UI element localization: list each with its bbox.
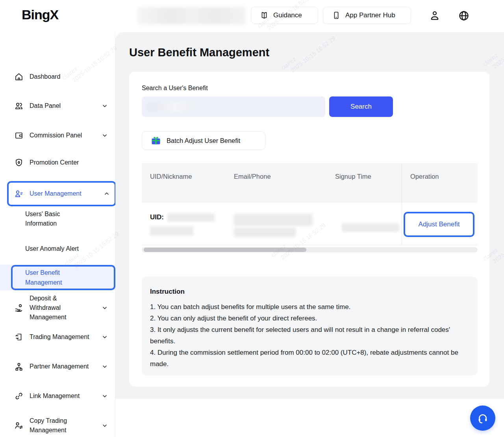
users-icon <box>14 101 24 111</box>
redacted-uid <box>167 213 215 222</box>
sidebar-item-commission-panel[interactable]: Commission Panel <box>14 131 108 140</box>
column-signup-time: Signup Time <box>335 173 371 180</box>
bingx-logo: BingX <box>22 7 58 22</box>
sidebar-item-user-management[interactable]: User Management <box>7 181 116 206</box>
sidebar-item-label: Promotion Center <box>30 158 108 167</box>
benefit-card: Search a User's Benefit Search Batch Adj… <box>129 72 489 387</box>
chevron-down-icon <box>102 363 108 370</box>
column-email-phone: Email/Phone <box>234 173 271 180</box>
sidebar-subitem-user-anomaly-alert[interactable]: User Anomaly Alert <box>25 244 79 254</box>
sidebar-subitem-users-basic-information[interactable]: Users' Basic Information <box>25 209 80 228</box>
sidebar-item-label: Link Management <box>30 391 96 401</box>
chevron-down-icon <box>102 422 108 429</box>
headset-icon <box>476 412 489 424</box>
instruction-item: 1. You can batch adjust benefits for mul… <box>150 301 462 313</box>
org-chart-icon <box>14 362 24 371</box>
instruction-item: 2. You can only adjust the benefit of yo… <box>150 313 462 324</box>
sidebar-item-link-management[interactable]: Link Management <box>14 391 108 401</box>
search-input[interactable] <box>142 96 325 117</box>
account-button[interactable] <box>428 9 441 22</box>
hand-coin-icon <box>14 303 24 313</box>
page-title: User Benefit Management <box>129 46 269 59</box>
table-row: UID: Adjust Benefit <box>142 203 478 245</box>
trade-doc-icon <box>14 332 24 342</box>
redacted-input-value <box>148 102 194 112</box>
sidebar-item-promotion-center[interactable]: Promotion Center <box>14 158 108 167</box>
sidebar-item-label: Partner Management <box>30 362 89 371</box>
sidebar: Dashboard Data Panel Commission Panel <box>0 32 115 437</box>
mobile-phone-icon <box>332 11 341 20</box>
language-button[interactable] <box>458 9 470 22</box>
sidebar-item-dashboard[interactable]: Dashboard <box>14 72 108 81</box>
search-section-label: Search a User's Benefit <box>142 85 208 92</box>
app-window: BingX Guidance App Partner Hub <box>0 0 504 437</box>
sidebar-item-label: Deposit & Withdrawal Management <box>30 294 89 322</box>
sidebar-item-deposit-withdrawal[interactable]: Deposit & Withdrawal Management <box>14 294 108 322</box>
search-button[interactable]: Search <box>329 96 393 117</box>
chevron-up-icon <box>104 191 110 197</box>
batch-adjust-button[interactable]: Batch Adjust User Benefit <box>142 131 265 150</box>
person-icon <box>429 10 441 22</box>
operation-column-divider <box>402 163 402 245</box>
gift-icon <box>151 135 161 146</box>
sidebar-item-label: Trading Management <box>30 332 89 342</box>
column-uid-nickname: UID/Nickname <box>150 173 192 180</box>
shield-diamond-icon <box>14 158 24 167</box>
uid-prefix: UID: <box>150 213 164 221</box>
redacted-phone <box>234 228 296 237</box>
wallet-icon <box>14 131 24 140</box>
redacted-account-info <box>137 7 246 24</box>
sidebar-subitem-label: User Benefit Management <box>25 268 88 287</box>
chevron-down-icon <box>102 103 108 109</box>
horizontal-scrollbar[interactable] <box>142 247 478 252</box>
sidebar-item-partner-management[interactable]: Partner Management <box>14 362 108 371</box>
instruction-title: Instruction <box>150 288 462 296</box>
sidebar-item-trading-management[interactable]: Trading Management <box>14 332 108 342</box>
batch-adjust-label: Batch Adjust User Benefit <box>167 137 240 144</box>
app-partner-hub-label: App Partner Hub <box>345 11 395 19</box>
redacted-nickname <box>150 226 193 236</box>
sidebar-item-label: Commission Panel <box>30 131 96 140</box>
app-partner-hub-button[interactable]: App Partner Hub <box>323 7 411 24</box>
redacted-email <box>234 214 313 226</box>
sidebar-item-label: Data Panel <box>30 101 96 111</box>
book-icon <box>260 11 269 20</box>
chevron-down-icon <box>102 393 108 399</box>
sidebar-subitem-label: Users' Basic Information <box>25 211 60 227</box>
column-operation: Operation <box>410 173 439 180</box>
sidebar-item-label: Dashboard <box>30 72 108 81</box>
sidebar-item-data-panel[interactable]: Data Panel <box>14 101 108 111</box>
sidebar-subitem-user-benefit-management[interactable]: User Benefit Management <box>11 265 115 290</box>
sidebar-item-label: User Management <box>30 190 82 197</box>
chevron-down-icon <box>102 334 108 340</box>
redacted-signup-time <box>342 223 399 232</box>
sidebar-item-copy-trading[interactable]: Copy Trading Management <box>14 416 108 435</box>
user-list-icon <box>14 189 24 198</box>
guidance-button[interactable]: Guidance <box>251 7 318 24</box>
chevron-down-icon <box>102 305 108 311</box>
home-icon <box>14 72 24 81</box>
adjust-benefit-label: Adjust Benefit <box>419 220 460 228</box>
globe-icon <box>458 10 470 22</box>
instruction-item: 4. During the commission settlement peri… <box>150 347 462 370</box>
user-swap-icon <box>14 421 24 430</box>
chevron-down-icon <box>102 132 108 139</box>
instruction-panel: Instruction 1. You can batch adjust bene… <box>142 277 478 375</box>
sidebar-subitem-label: User Anomaly Alert <box>25 245 79 252</box>
table-header: UID/Nickname Email/Phone Signup Time Ope… <box>142 163 478 203</box>
instruction-item: 3. It only adjusts the current benefit f… <box>150 324 462 347</box>
scrollbar-thumb[interactable] <box>144 248 306 252</box>
guidance-label: Guidance <box>273 11 302 19</box>
support-button[interactable] <box>470 406 495 431</box>
link-icon <box>14 391 24 401</box>
adjust-benefit-button[interactable]: Adjust Benefit <box>404 212 474 237</box>
row-divider <box>142 245 478 245</box>
sidebar-item-label: Copy Trading Management <box>30 416 89 435</box>
